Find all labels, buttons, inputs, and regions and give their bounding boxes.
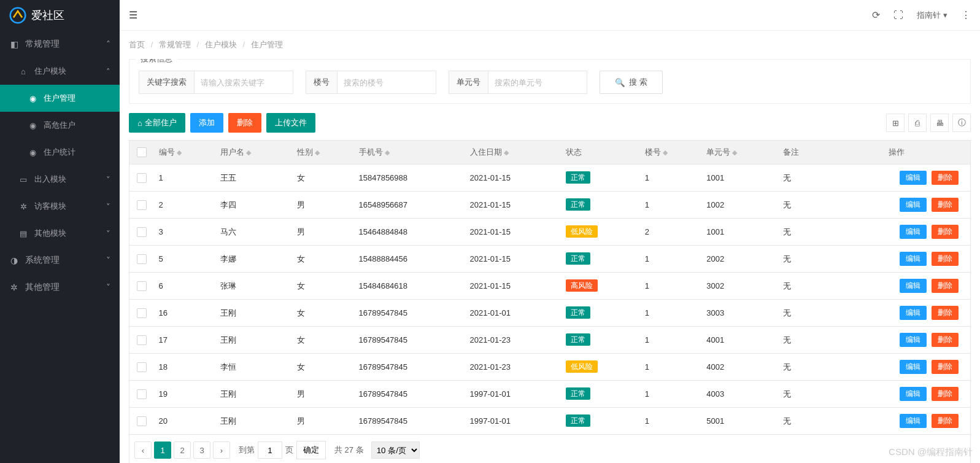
delete-button[interactable]: 删除	[228, 113, 261, 133]
sidebar-item-other-module[interactable]: ▤ 其他模块 ˅	[0, 220, 120, 247]
page-number-button[interactable]: 2	[174, 442, 191, 459]
row-checkbox[interactable]	[137, 362, 147, 372]
row-checkbox[interactable]	[137, 281, 147, 291]
compass-dropdown[interactable]: 指南针 ▾	[917, 10, 947, 21]
all-residents-button[interactable]: ⌂ 全部住户	[129, 113, 185, 133]
page-size-select[interactable]: 10 条/页	[371, 442, 420, 459]
sidebar-item-system-mgmt[interactable]: ◑ 系统管理 ˅	[0, 247, 120, 274]
breadcrumb-l2[interactable]: 住户模块	[205, 40, 237, 49]
row-checkbox[interactable]	[137, 308, 147, 318]
sidebar-item-high-risk[interactable]: ◉ 高危住户	[0, 112, 120, 139]
row-checkbox[interactable]	[137, 227, 147, 237]
edit-row-button[interactable]: 编辑	[900, 387, 927, 401]
row-checkbox[interactable]	[137, 173, 147, 183]
menu-toggle-icon[interactable]: ☰	[129, 10, 137, 20]
row-checkbox[interactable]	[137, 335, 147, 345]
row-checkbox[interactable]	[137, 254, 147, 264]
delete-row-button[interactable]: 删除	[932, 252, 959, 266]
sidebar-item-label: 住户统计	[44, 147, 75, 158]
sidebar-item-resident-stats[interactable]: ◉ 住户统计	[0, 139, 120, 166]
upload-button[interactable]: 上传文件	[266, 113, 315, 133]
cell-date: 2021-01-15	[465, 192, 561, 219]
breadcrumb-home[interactable]: 首页	[129, 40, 145, 49]
cell-name: 王刚	[215, 327, 292, 354]
cell-id: 3	[154, 219, 215, 246]
breadcrumb-l1[interactable]: 常规管理	[159, 40, 191, 49]
search-button[interactable]: 🔍 搜 索	[600, 71, 663, 94]
cell-remark: 无	[778, 381, 827, 408]
fullscreen-icon[interactable]: ⛶	[893, 10, 903, 21]
delete-row-button[interactable]: 删除	[932, 198, 959, 212]
edit-row-button[interactable]: 编辑	[900, 198, 927, 212]
edit-row-button[interactable]: 编辑	[900, 333, 927, 347]
sidebar-item-regular[interactable]: ◧ 常规管理 ˄	[0, 31, 120, 58]
delete-row-button[interactable]: 删除	[932, 414, 959, 428]
sort-icon[interactable]: ◆	[315, 149, 320, 156]
cell-name: 王刚	[215, 300, 292, 327]
edit-row-button[interactable]: 编辑	[900, 279, 927, 293]
sidebar: 爱社区 ◧ 常规管理 ˄ ⌂ 住户模块 ˄ ◉ 住户管理 ◉ 高危住户 ◉ 住户…	[0, 0, 120, 463]
delete-row-button[interactable]: 删除	[932, 171, 959, 185]
cell-date: 2021-01-23	[465, 354, 561, 381]
delete-row-button[interactable]: 删除	[932, 360, 959, 374]
sidebar-item-label: 高危住户	[44, 120, 75, 131]
sort-icon[interactable]: ◆	[504, 149, 509, 156]
print-icon[interactable]: 🖶	[930, 114, 949, 132]
edit-row-button[interactable]: 编辑	[900, 360, 927, 374]
edit-row-button[interactable]: 编辑	[900, 414, 927, 428]
row-checkbox[interactable]	[137, 200, 147, 210]
prev-page-button[interactable]: ‹	[134, 442, 152, 459]
cell-building: 1	[640, 408, 701, 435]
refresh-icon[interactable]: ⟳	[872, 9, 880, 21]
add-button[interactable]: 添加	[190, 113, 223, 133]
cell-unit: 3002	[701, 273, 778, 300]
row-checkbox[interactable]	[137, 416, 147, 426]
file-icon: ▤	[18, 229, 28, 238]
keyword-input[interactable]	[195, 71, 293, 93]
building-input[interactable]	[338, 71, 436, 93]
page-total: 共 27 条	[334, 445, 364, 456]
sort-icon[interactable]: ◆	[385, 149, 390, 156]
delete-row-button[interactable]: 删除	[932, 279, 959, 293]
export-icon[interactable]: ⎙	[908, 114, 927, 132]
sort-icon[interactable]: ◆	[246, 149, 251, 156]
columns-icon[interactable]: ⊞	[886, 114, 905, 132]
page-confirm-button[interactable]: 确定	[296, 441, 326, 459]
sort-icon[interactable]: ◆	[177, 149, 182, 156]
row-checkbox[interactable]	[137, 389, 147, 399]
cell-id: 5	[154, 246, 215, 273]
system-icon: ◑	[9, 255, 19, 265]
sidebar-item-other-mgmt[interactable]: ✲ 其他管理 ˅	[0, 274, 120, 301]
edit-row-button[interactable]: 编辑	[900, 225, 927, 239]
cell-phone: 15488884456	[354, 246, 465, 273]
sidebar-item-resident-module[interactable]: ⌂ 住户模块 ˄	[0, 58, 120, 85]
delete-row-button[interactable]: 删除	[932, 306, 959, 320]
status-badge: 正常	[566, 198, 590, 211]
delete-row-button[interactable]: 删除	[932, 333, 959, 347]
edit-row-button[interactable]: 编辑	[900, 171, 927, 185]
cell-date: 1997-01-01	[465, 381, 561, 408]
delete-row-button[interactable]: 删除	[932, 225, 959, 239]
cell-gender: 女	[292, 327, 353, 354]
sidebar-item-resident-mgmt[interactable]: ◉ 住户管理	[0, 85, 120, 112]
sidebar-item-visitor-module[interactable]: ✲ 访客模块 ˅	[0, 193, 120, 220]
cell-id: 18	[154, 354, 215, 381]
next-page-button[interactable]: ›	[213, 442, 230, 459]
edit-row-button[interactable]: 编辑	[900, 306, 927, 320]
page-number-button[interactable]: 1	[154, 442, 171, 459]
app-name: 爱社区	[31, 8, 64, 23]
edit-row-button[interactable]: 编辑	[900, 252, 927, 266]
select-all-checkbox[interactable]	[137, 147, 147, 157]
info-icon[interactable]: ⓘ	[952, 114, 971, 132]
delete-row-button[interactable]: 删除	[932, 387, 959, 401]
status-badge: 正常	[566, 333, 590, 346]
sidebar-item-access-module[interactable]: ▭ 出入模块 ˅	[0, 166, 120, 193]
sort-icon[interactable]: ◆	[663, 149, 668, 156]
home-icon: ⌂	[137, 119, 142, 128]
cell-phone: 15484684618	[354, 273, 465, 300]
unit-input[interactable]	[488, 71, 587, 93]
page-jump-input[interactable]	[258, 442, 282, 459]
page-number-button[interactable]: 3	[193, 442, 210, 459]
sort-icon[interactable]: ◆	[732, 149, 737, 156]
more-icon[interactable]: ⋮	[961, 9, 971, 21]
